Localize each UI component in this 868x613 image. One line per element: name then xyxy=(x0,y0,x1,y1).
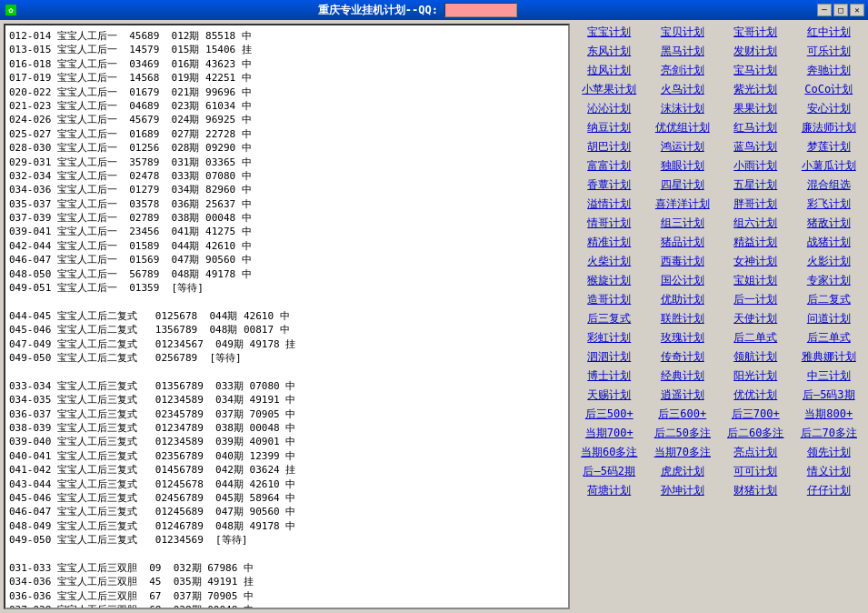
plan-link-43[interactable]: 猪敌计划 xyxy=(793,215,865,232)
plan-link-30[interactable]: 小雨计划 xyxy=(720,157,792,175)
plan-link-88[interactable]: 当期60多注 xyxy=(574,444,645,461)
plan-link-56[interactable]: 造哥计划 xyxy=(574,291,645,308)
plan-link-28[interactable]: 富富计划 xyxy=(574,157,645,175)
plan-link-38[interactable]: 胖哥计划 xyxy=(720,196,792,213)
plan-link-39[interactable]: 彩飞计划 xyxy=(793,196,865,213)
plan-link-50[interactable]: 女神计划 xyxy=(720,253,792,270)
plan-link-93[interactable]: 虎虎计划 xyxy=(647,463,719,480)
plan-link-80[interactable]: 后三500+ xyxy=(574,406,645,423)
plan-link-25[interactable]: 鸿运计划 xyxy=(647,138,719,156)
plan-link-68[interactable]: 泗泗计划 xyxy=(574,348,645,366)
plan-link-35[interactable]: 混合组选 xyxy=(793,176,865,194)
plan-link-73[interactable]: 经典计划 xyxy=(647,367,719,385)
plan-link-32[interactable]: 香蕈计划 xyxy=(574,176,645,194)
plan-link-59[interactable]: 后二复式 xyxy=(793,291,865,308)
plan-link-19[interactable]: 安心计划 xyxy=(793,100,865,117)
maximize-button[interactable]: □ xyxy=(833,4,848,16)
plan-link-22[interactable]: 红马计划 xyxy=(720,119,792,136)
plan-link-60[interactable]: 后三复式 xyxy=(574,310,645,327)
plan-link-17[interactable]: 沫沫计划 xyxy=(647,100,719,117)
plan-link-95[interactable]: 情义计划 xyxy=(793,463,865,480)
plan-link-83[interactable]: 当期800+ xyxy=(793,406,865,423)
plan-link-6[interactable]: 发财计划 xyxy=(720,43,792,60)
plan-link-90[interactable]: 亮点计划 xyxy=(720,444,792,461)
plan-link-84[interactable]: 当期700+ xyxy=(574,425,645,442)
plan-link-55[interactable]: 专家计划 xyxy=(793,272,865,289)
plan-link-20[interactable]: 纳豆计划 xyxy=(574,119,645,136)
plan-link-53[interactable]: 国公计划 xyxy=(647,272,719,289)
plan-link-11[interactable]: 奔驰计划 xyxy=(793,62,865,79)
plan-link-94[interactable]: 可可计划 xyxy=(720,463,792,480)
plan-link-96[interactable]: 荷塘计划 xyxy=(574,482,645,499)
plan-link-40[interactable]: 情哥计划 xyxy=(574,215,645,232)
plan-link-91[interactable]: 领先计划 xyxy=(793,444,865,461)
plan-link-98[interactable]: 财猪计划 xyxy=(720,482,792,499)
plan-link-64[interactable]: 彩虹计划 xyxy=(574,329,645,347)
plan-link-41[interactable]: 组三计划 xyxy=(647,215,719,232)
plan-link-49[interactable]: 西毒计划 xyxy=(647,253,719,270)
plan-link-44[interactable]: 精准计划 xyxy=(574,234,645,251)
plan-link-3[interactable]: 红中计划 xyxy=(793,24,865,41)
plan-link-12[interactable]: 小苹果计划 xyxy=(574,81,645,98)
plan-link-81[interactable]: 后三600+ xyxy=(647,406,719,423)
plan-link-69[interactable]: 传奇计划 xyxy=(647,348,719,366)
plan-link-61[interactable]: 联胜计划 xyxy=(647,310,719,327)
plan-link-58[interactable]: 后一计划 xyxy=(720,291,792,308)
plan-link-33[interactable]: 四星计划 xyxy=(647,176,719,194)
plan-link-65[interactable]: 玫瑰计划 xyxy=(647,329,719,347)
plan-link-13[interactable]: 火鸟计划 xyxy=(647,81,719,98)
plan-link-62[interactable]: 天使计划 xyxy=(720,310,792,327)
plan-link-87[interactable]: 后二70多注 xyxy=(793,425,865,442)
plan-link-89[interactable]: 当期70多注 xyxy=(647,444,719,461)
plan-link-36[interactable]: 溢情计划 xyxy=(574,196,645,213)
plan-link-52[interactable]: 猴旋计划 xyxy=(574,272,645,289)
plan-link-10[interactable]: 宝马计划 xyxy=(720,62,792,79)
plan-link-24[interactable]: 胡巴计划 xyxy=(574,138,645,156)
plan-link-37[interactable]: 喜洋洋计划 xyxy=(647,196,719,213)
plan-link-70[interactable]: 领航计划 xyxy=(720,348,792,366)
plan-link-5[interactable]: 黑马计划 xyxy=(647,43,719,60)
plan-link-72[interactable]: 博士计划 xyxy=(574,367,645,385)
plan-link-4[interactable]: 东风计划 xyxy=(574,43,645,60)
plan-link-16[interactable]: 沁沁计划 xyxy=(574,100,645,117)
plan-link-8[interactable]: 拉风计划 xyxy=(574,62,645,79)
plan-link-21[interactable]: 优优组计划 xyxy=(647,119,719,136)
plan-link-79[interactable]: 后—5码3期 xyxy=(793,387,865,404)
plan-link-9[interactable]: 亮剑计划 xyxy=(647,62,719,79)
minimize-button[interactable]: ─ xyxy=(817,4,832,16)
plan-link-1[interactable]: 宝贝计划 xyxy=(647,24,719,41)
plan-link-34[interactable]: 五星计划 xyxy=(720,176,792,194)
qq-input[interactable] xyxy=(444,3,517,17)
plan-link-46[interactable]: 精益计划 xyxy=(720,234,792,251)
plan-link-23[interactable]: 廉法师计划 xyxy=(793,119,865,136)
plan-link-77[interactable]: 逍遥计划 xyxy=(647,387,719,404)
plan-link-99[interactable]: 仔仔计划 xyxy=(793,482,865,499)
content-area[interactable]: 012-014 宝宝人工后一 45689 012期 85518 中 013-01… xyxy=(5,25,568,608)
plan-link-27[interactable]: 梦莲计划 xyxy=(793,138,865,156)
plan-link-45[interactable]: 猪品计划 xyxy=(647,234,719,251)
plan-link-54[interactable]: 宝姐计划 xyxy=(720,272,792,289)
plan-link-14[interactable]: 紫光计划 xyxy=(720,81,792,98)
plan-link-31[interactable]: 小薯瓜计划 xyxy=(793,157,865,175)
plan-link-78[interactable]: 优优计划 xyxy=(720,387,792,404)
plan-link-57[interactable]: 优助计划 xyxy=(647,291,719,308)
plan-link-47[interactable]: 战猪计划 xyxy=(793,234,865,251)
plan-link-2[interactable]: 宝哥计划 xyxy=(720,24,792,41)
plan-link-42[interactable]: 组六计划 xyxy=(720,215,792,232)
plan-link-15[interactable]: CoCo计划 xyxy=(793,81,865,98)
plan-link-26[interactable]: 蓝鸟计划 xyxy=(720,138,792,156)
plan-link-51[interactable]: 火影计划 xyxy=(793,253,865,270)
plan-link-48[interactable]: 火柴计划 xyxy=(574,253,645,270)
plan-link-86[interactable]: 后二60多注 xyxy=(720,425,792,442)
plan-link-97[interactable]: 孙坤计划 xyxy=(647,482,719,499)
plan-link-71[interactable]: 雅典娜计划 xyxy=(793,348,865,366)
plan-link-85[interactable]: 后二50多注 xyxy=(647,425,719,442)
plan-link-29[interactable]: 独眼计划 xyxy=(647,157,719,175)
plan-link-0[interactable]: 宝宝计划 xyxy=(574,24,645,41)
plan-link-74[interactable]: 阳光计划 xyxy=(720,367,792,385)
plan-link-76[interactable]: 天赐计划 xyxy=(574,387,645,404)
plan-link-18[interactable]: 果果计划 xyxy=(720,100,792,117)
plan-link-67[interactable]: 后三单式 xyxy=(793,329,865,347)
close-button[interactable]: ✕ xyxy=(850,4,864,16)
plan-link-82[interactable]: 后三700+ xyxy=(720,406,792,423)
